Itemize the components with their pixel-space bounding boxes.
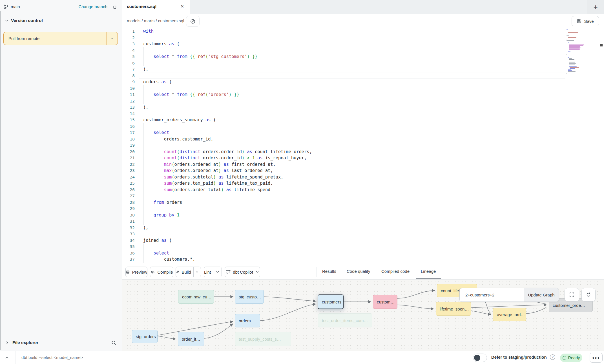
build-options-caret[interactable] [193, 267, 201, 277]
pull-options-caret[interactable] [107, 32, 118, 45]
lineage-selector-input[interactable]: 2+customers+2 [460, 288, 524, 302]
version-control-header[interactable]: Version control [5, 18, 43, 23]
code-line: 30 group by 1 [122, 212, 604, 218]
line-number: 9 [122, 79, 135, 85]
lint-options-caret[interactable] [213, 267, 222, 277]
line-number: 26 [122, 187, 135, 193]
close-icon[interactable]: ✕ [180, 4, 184, 9]
code-line: 6 [122, 60, 604, 66]
line-number: 16 [122, 123, 135, 130]
lineage-node-stg-customers[interactable]: stg_custo… [235, 290, 264, 304]
left-scrollbar[interactable] [0, 11, 1, 350]
refresh-button[interactable] [581, 288, 596, 302]
tab-results[interactable]: Results [322, 269, 336, 274]
status-badge: Ready [560, 354, 582, 362]
active-tab-underline [416, 278, 441, 279]
code-line: 31 [122, 218, 604, 225]
line-number: 1 [122, 28, 135, 35]
line-number: 13 [122, 104, 135, 111]
dbt-copilot-button[interactable]: dbt Copilot [225, 267, 260, 277]
line-number: 10 [122, 85, 135, 92]
editor-tabbar: customers.sql ✕ + [122, 0, 604, 14]
health-gauge-button[interactable] [186, 16, 200, 27]
search-icon[interactable] [111, 340, 116, 345]
lineage-node-lifetime-spend[interactable]: lifetime_spen… [436, 302, 471, 316]
tab-lineage[interactable]: Lineage [421, 269, 436, 274]
lineage-node-customers-selected[interactable]: customers [318, 294, 344, 309]
compile-button[interactable]: Compile [150, 267, 173, 277]
lineage-node-orders[interactable]: orders [235, 314, 260, 327]
main-panel: customers.sql ✕ + models / marts / custo… [122, 0, 604, 351]
save-label: Save [584, 19, 594, 24]
line-number: 7 [122, 66, 135, 73]
tab-compiled-code[interactable]: Compiled code [381, 269, 410, 274]
minimap[interactable] [567, 29, 590, 75]
line-number: 12 [122, 98, 135, 104]
lineage-node-order-items[interactable]: order_it… [178, 332, 204, 346]
chevron-up-icon[interactable] [5, 355, 9, 360]
line-number: 17 [122, 129, 135, 136]
code-line: 27 [122, 193, 604, 199]
fullscreen-button[interactable] [565, 288, 579, 302]
chevron-down-icon [5, 19, 9, 23]
line-number: 2 [122, 35, 135, 41]
line-number: 14 [122, 111, 135, 117]
lineage-node-ecom-raw-customers[interactable]: ecom.raw_cu… [178, 290, 214, 304]
lineage-selector: 2+customers+2 Update Graph [459, 288, 559, 302]
command-bar-divider [16, 351, 16, 364]
command-input[interactable]: dbt build --select <model_name> [21, 355, 83, 360]
tab-code-quality[interactable]: Code quality [347, 269, 370, 274]
line-number: 18 [122, 136, 135, 142]
lineage-node-customers-semantic[interactable]: custom… [373, 295, 397, 309]
line-number: 20 [122, 149, 135, 155]
breadcrumb-row: models / marts / customers.sql Save [122, 14, 604, 28]
code-line: 32), [122, 225, 604, 231]
ready-dot-icon [563, 356, 566, 360]
compile-label: Compile [157, 270, 173, 274]
pull-from-remote-button[interactable]: Pull from remote [3, 32, 118, 45]
tab-title: customers.sql [127, 4, 156, 9]
editor-scrollbar-thumb[interactable] [600, 44, 603, 46]
build-label: Build [182, 270, 191, 274]
preview-button[interactable]: Preview [125, 267, 147, 277]
update-graph-button[interactable]: Update Graph [524, 288, 559, 302]
lineage-node-test-order-items[interactable]: test_order_items_com… [318, 313, 372, 327]
breadcrumb: models / marts / customers.sql [127, 18, 184, 23]
more-options-button[interactable]: ●●● [590, 353, 603, 363]
line-number: 37 [122, 256, 135, 263]
lineage-canvas[interactable]: test_order_items_com… test_supply_costs_… [122, 280, 604, 351]
copy-icon[interactable] [112, 4, 117, 9]
code-line: 22 min(orders.ordered_at) as first_order… [122, 161, 604, 168]
tab-customers-sql[interactable]: customers.sql ✕ [122, 0, 190, 14]
line-number: 19 [122, 142, 135, 149]
code-line: 36 select [122, 250, 604, 256]
line-number: 6 [122, 60, 135, 66]
code-line: 14 [122, 111, 604, 117]
branch-name: main [11, 4, 20, 9]
line-number: 28 [122, 199, 135, 206]
file-explorer-label: File explorer [12, 340, 38, 345]
new-tab-button[interactable]: + [587, 0, 604, 14]
git-branch-icon [4, 4, 9, 9]
defer-toggle[interactable] [473, 354, 487, 362]
lint-button[interactable]: Lint [204, 267, 222, 277]
line-number: 33 [122, 231, 135, 237]
code-line: 4 [122, 47, 604, 54]
save-button[interactable]: Save [572, 16, 599, 26]
code-line: 5 select * from {{ ref('stg_customers') … [122, 53, 604, 60]
file-explorer-row[interactable]: File explorer [0, 335, 122, 351]
help-icon[interactable]: ? [550, 354, 555, 360]
change-branch-link[interactable]: Change branch [78, 4, 107, 9]
lineage-node-test-supply-costs[interactable]: test_supply_costs_s… [235, 332, 291, 346]
line-number: 27 [122, 193, 135, 199]
version-control-label: Version control [11, 18, 43, 23]
lineage-node-stg-orders[interactable]: stg_orders [132, 330, 158, 343]
code-line: 18 orders.customer_id, [122, 136, 604, 142]
code-line: 23 max(orders.ordered_at) as last_ordere… [122, 168, 604, 174]
code-line: 8 [122, 73, 604, 79]
code-editor[interactable]: 1with23customers as (45 select * from {{… [122, 28, 604, 265]
build-button[interactable]: Build [176, 267, 201, 277]
lineage-node-average-order[interactable]: average_ord… [493, 308, 526, 321]
branch-row: main Change branch [0, 0, 122, 14]
line-number: 30 [122, 212, 135, 218]
